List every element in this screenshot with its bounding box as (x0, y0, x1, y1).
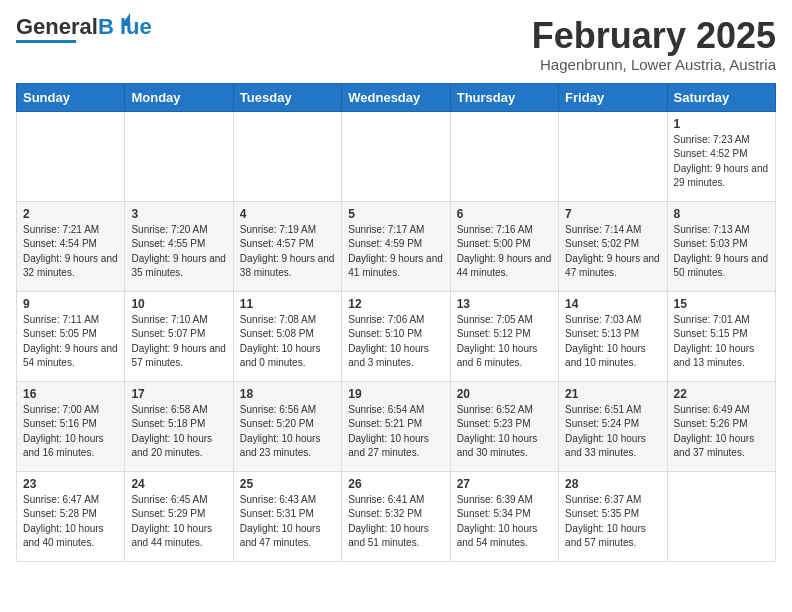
calendar-cell: 25Sunrise: 6:43 AM Sunset: 5:31 PM Dayli… (233, 471, 341, 561)
day-number: 21 (565, 387, 660, 401)
column-header-thursday: Thursday (450, 83, 558, 111)
calendar-cell (559, 111, 667, 201)
calendar-cell: 26Sunrise: 6:41 AM Sunset: 5:32 PM Dayli… (342, 471, 450, 561)
calendar-cell: 23Sunrise: 6:47 AM Sunset: 5:28 PM Dayli… (17, 471, 125, 561)
day-info: Sunrise: 7:01 AM Sunset: 5:15 PM Dayligh… (674, 313, 769, 371)
calendar-cell: 11Sunrise: 7:08 AM Sunset: 5:08 PM Dayli… (233, 291, 341, 381)
day-info: Sunrise: 7:19 AM Sunset: 4:57 PM Dayligh… (240, 223, 335, 281)
calendar-cell: 22Sunrise: 6:49 AM Sunset: 5:26 PM Dayli… (667, 381, 775, 471)
day-number: 6 (457, 207, 552, 221)
location-title: Hagenbrunn, Lower Austria, Austria (532, 56, 776, 73)
calendar-cell (125, 111, 233, 201)
day-number: 3 (131, 207, 226, 221)
calendar-cell (233, 111, 341, 201)
calendar-cell: 20Sunrise: 6:52 AM Sunset: 5:23 PM Dayli… (450, 381, 558, 471)
calendar-week-row: 23Sunrise: 6:47 AM Sunset: 5:28 PM Dayli… (17, 471, 776, 561)
calendar-cell: 17Sunrise: 6:58 AM Sunset: 5:18 PM Dayli… (125, 381, 233, 471)
calendar-cell: 2Sunrise: 7:21 AM Sunset: 4:54 PM Daylig… (17, 201, 125, 291)
calendar-cell: 8Sunrise: 7:13 AM Sunset: 5:03 PM Daylig… (667, 201, 775, 291)
logo-text: GeneralB lue (16, 16, 152, 38)
day-number: 1 (674, 117, 769, 131)
column-header-tuesday: Tuesday (233, 83, 341, 111)
day-info: Sunrise: 7:03 AM Sunset: 5:13 PM Dayligh… (565, 313, 660, 371)
page-header: GeneralB lue February 2025 Hagenbrunn, L… (16, 16, 776, 73)
calendar-week-row: 2Sunrise: 7:21 AM Sunset: 4:54 PM Daylig… (17, 201, 776, 291)
calendar-cell (17, 111, 125, 201)
column-header-friday: Friday (559, 83, 667, 111)
calendar-week-row: 1Sunrise: 7:23 AM Sunset: 4:52 PM Daylig… (17, 111, 776, 201)
calendar-cell: 7Sunrise: 7:14 AM Sunset: 5:02 PM Daylig… (559, 201, 667, 291)
day-info: Sunrise: 7:13 AM Sunset: 5:03 PM Dayligh… (674, 223, 769, 281)
calendar-cell: 3Sunrise: 7:20 AM Sunset: 4:55 PM Daylig… (125, 201, 233, 291)
column-header-sunday: Sunday (17, 83, 125, 111)
calendar-week-row: 9Sunrise: 7:11 AM Sunset: 5:05 PM Daylig… (17, 291, 776, 381)
day-info: Sunrise: 7:23 AM Sunset: 4:52 PM Dayligh… (674, 133, 769, 191)
day-info: Sunrise: 6:51 AM Sunset: 5:24 PM Dayligh… (565, 403, 660, 461)
day-info: Sunrise: 6:37 AM Sunset: 5:35 PM Dayligh… (565, 493, 660, 551)
day-number: 11 (240, 297, 335, 311)
day-number: 12 (348, 297, 443, 311)
calendar-cell: 15Sunrise: 7:01 AM Sunset: 5:15 PM Dayli… (667, 291, 775, 381)
calendar-cell: 9Sunrise: 7:11 AM Sunset: 5:05 PM Daylig… (17, 291, 125, 381)
day-number: 20 (457, 387, 552, 401)
day-info: Sunrise: 6:43 AM Sunset: 5:31 PM Dayligh… (240, 493, 335, 551)
day-info: Sunrise: 6:54 AM Sunset: 5:21 PM Dayligh… (348, 403, 443, 461)
day-number: 28 (565, 477, 660, 491)
calendar-cell: 13Sunrise: 7:05 AM Sunset: 5:12 PM Dayli… (450, 291, 558, 381)
calendar-cell: 6Sunrise: 7:16 AM Sunset: 5:00 PM Daylig… (450, 201, 558, 291)
calendar-cell (667, 471, 775, 561)
month-title: February 2025 (532, 16, 776, 56)
day-info: Sunrise: 7:21 AM Sunset: 4:54 PM Dayligh… (23, 223, 118, 281)
calendar-cell: 4Sunrise: 7:19 AM Sunset: 4:57 PM Daylig… (233, 201, 341, 291)
day-number: 5 (348, 207, 443, 221)
day-info: Sunrise: 7:10 AM Sunset: 5:07 PM Dayligh… (131, 313, 226, 371)
day-number: 9 (23, 297, 118, 311)
day-number: 19 (348, 387, 443, 401)
logo: GeneralB lue (16, 16, 152, 43)
day-info: Sunrise: 6:47 AM Sunset: 5:28 PM Dayligh… (23, 493, 118, 551)
day-number: 16 (23, 387, 118, 401)
calendar-cell: 21Sunrise: 6:51 AM Sunset: 5:24 PM Dayli… (559, 381, 667, 471)
day-info: Sunrise: 6:41 AM Sunset: 5:32 PM Dayligh… (348, 493, 443, 551)
day-number: 10 (131, 297, 226, 311)
day-number: 25 (240, 477, 335, 491)
day-number: 23 (23, 477, 118, 491)
calendar-cell: 18Sunrise: 6:56 AM Sunset: 5:20 PM Dayli… (233, 381, 341, 471)
calendar-cell (450, 111, 558, 201)
day-number: 15 (674, 297, 769, 311)
calendar-cell: 24Sunrise: 6:45 AM Sunset: 5:29 PM Dayli… (125, 471, 233, 561)
calendar-table: SundayMondayTuesdayWednesdayThursdayFrid… (16, 83, 776, 562)
calendar-cell: 1Sunrise: 7:23 AM Sunset: 4:52 PM Daylig… (667, 111, 775, 201)
day-number: 17 (131, 387, 226, 401)
day-info: Sunrise: 7:05 AM Sunset: 5:12 PM Dayligh… (457, 313, 552, 371)
day-info: Sunrise: 7:11 AM Sunset: 5:05 PM Dayligh… (23, 313, 118, 371)
calendar-cell: 10Sunrise: 7:10 AM Sunset: 5:07 PM Dayli… (125, 291, 233, 381)
calendar-header-row: SundayMondayTuesdayWednesdayThursdayFrid… (17, 83, 776, 111)
logo-underline (16, 40, 76, 43)
day-info: Sunrise: 6:52 AM Sunset: 5:23 PM Dayligh… (457, 403, 552, 461)
day-info: Sunrise: 6:45 AM Sunset: 5:29 PM Dayligh… (131, 493, 226, 551)
day-info: Sunrise: 6:49 AM Sunset: 5:26 PM Dayligh… (674, 403, 769, 461)
day-info: Sunrise: 7:14 AM Sunset: 5:02 PM Dayligh… (565, 223, 660, 281)
day-info: Sunrise: 7:20 AM Sunset: 4:55 PM Dayligh… (131, 223, 226, 281)
calendar-cell: 16Sunrise: 7:00 AM Sunset: 5:16 PM Dayli… (17, 381, 125, 471)
calendar-cell: 28Sunrise: 6:37 AM Sunset: 5:35 PM Dayli… (559, 471, 667, 561)
day-info: Sunrise: 7:16 AM Sunset: 5:00 PM Dayligh… (457, 223, 552, 281)
day-number: 26 (348, 477, 443, 491)
day-number: 14 (565, 297, 660, 311)
column-header-monday: Monday (125, 83, 233, 111)
day-number: 13 (457, 297, 552, 311)
day-number: 18 (240, 387, 335, 401)
day-number: 8 (674, 207, 769, 221)
day-info: Sunrise: 6:56 AM Sunset: 5:20 PM Dayligh… (240, 403, 335, 461)
calendar-cell: 27Sunrise: 6:39 AM Sunset: 5:34 PM Dayli… (450, 471, 558, 561)
calendar-week-row: 16Sunrise: 7:00 AM Sunset: 5:16 PM Dayli… (17, 381, 776, 471)
day-info: Sunrise: 6:39 AM Sunset: 5:34 PM Dayligh… (457, 493, 552, 551)
calendar-cell: 19Sunrise: 6:54 AM Sunset: 5:21 PM Dayli… (342, 381, 450, 471)
title-area: February 2025 Hagenbrunn, Lower Austria,… (532, 16, 776, 73)
day-info: Sunrise: 7:08 AM Sunset: 5:08 PM Dayligh… (240, 313, 335, 371)
day-number: 24 (131, 477, 226, 491)
day-number: 2 (23, 207, 118, 221)
calendar-cell: 12Sunrise: 7:06 AM Sunset: 5:10 PM Dayli… (342, 291, 450, 381)
day-info: Sunrise: 7:00 AM Sunset: 5:16 PM Dayligh… (23, 403, 118, 461)
